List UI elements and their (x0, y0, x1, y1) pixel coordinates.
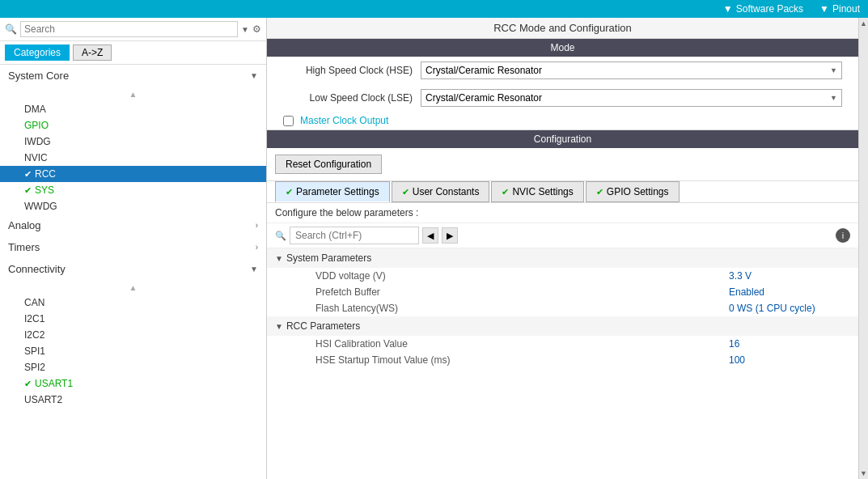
sidebar-item-usart1[interactable]: ✔ USART1 (0, 375, 266, 392)
nvic-label: NVIC (24, 152, 48, 163)
scroll-up-icon[interactable]: ▲ (858, 18, 868, 29)
params-content: ▼ System Parameters VDD voltage (V) 3.3 … (267, 248, 858, 479)
usart1-label: USART1 (35, 378, 73, 389)
reset-config-row: Reset Configuration (267, 148, 858, 181)
hse-select-wrapper: Crystal/Ceramic Resonator (421, 61, 842, 79)
sidebar-item-gpio[interactable]: GPIO (0, 117, 266, 134)
panel-title: RCC Mode and Configuration (267, 18, 858, 39)
param-value-hsi-cal: 16 (729, 338, 850, 350)
software-packs-btn[interactable]: ▼ Software Packs (723, 3, 803, 15)
master-clock-label[interactable]: Master Clock Output (300, 115, 388, 126)
param-name-prefetch: Prefetch Buffer (315, 286, 729, 298)
configure-params-label: Configure the below parameters : (267, 203, 858, 223)
connectivity-label: Connectivity (8, 263, 66, 275)
scroll-down-icon[interactable]: ▼ (858, 468, 868, 479)
param-name-hse-startup: HSE Startup Timout Value (ms) (315, 354, 729, 366)
tab-user-constants[interactable]: ✔ User Constants (392, 181, 490, 202)
sidebar-item-dma[interactable]: DMA (0, 101, 266, 117)
gpio-label: GPIO (24, 120, 49, 131)
scroll-up-btn2[interactable]: ▲ (0, 280, 266, 295)
hse-select[interactable]: Crystal/Ceramic Resonator (421, 61, 842, 79)
param-search-row: 🔍 ◀ ▶ i (267, 223, 858, 248)
analog-label: Analog (8, 219, 40, 231)
sidebar-item-wwdg[interactable]: WWDG (0, 198, 266, 214)
param-value-hse-startup: 100 (729, 354, 850, 366)
mode-section: Mode High Speed Clock (HSE) Crystal/Cera… (267, 39, 858, 130)
sidebar-item-nvic[interactable]: NVIC (0, 150, 266, 166)
analog-section[interactable]: Analog › (0, 214, 266, 236)
analog-arrow-icon: › (256, 221, 258, 230)
timers-label: Timers (8, 241, 40, 253)
param-search-icon: 🔍 (275, 231, 286, 241)
lse-select[interactable]: Crystal/Ceramic Resonator (421, 89, 842, 107)
system-core-section[interactable]: System Core ▼ (0, 65, 266, 87)
param-value-flash: 0 WS (1 CPU cycle) (729, 303, 850, 314)
config-header: Configuration (267, 130, 858, 148)
sidebar-tabs: Categories A->Z (0, 41, 266, 65)
sidebar-item-spi1[interactable]: SPI1 (0, 343, 266, 359)
system-params-collapse-icon: ▼ (275, 254, 283, 263)
software-packs-label: Software Packs (736, 3, 803, 15)
connectivity-arrow-icon: ▼ (250, 265, 258, 273)
nav-prev-button[interactable]: ◀ (422, 227, 438, 244)
param-value-prefetch: Enabled (729, 286, 850, 298)
gear-icon[interactable]: ⚙ (252, 23, 261, 35)
az-tab[interactable]: A->Z (73, 45, 112, 61)
sidebar-item-sys[interactable]: ✔ SYS (0, 182, 266, 198)
scroll-up-btn[interactable]: ▲ (0, 87, 266, 101)
sidebar-item-i2c1[interactable]: I2C1 (0, 311, 266, 327)
sidebar-item-can[interactable]: CAN (0, 295, 266, 311)
tab-parameter-settings[interactable]: ✔ Parameter Settings (275, 181, 390, 202)
hse-row: High Speed Clock (HSE) Crystal/Ceramic R… (267, 57, 858, 84)
lse-label: Low Speed Clock (LSE) (283, 92, 413, 104)
timers-section[interactable]: Timers › (0, 236, 266, 258)
param-name-flash: Flash Latency(WS) (315, 303, 729, 314)
param-settings-tab-label: Parameter Settings (296, 186, 379, 197)
categories-tab[interactable]: Categories (5, 45, 70, 61)
master-clock-checkbox[interactable] (283, 116, 294, 126)
sys-label: SYS (35, 184, 54, 196)
sidebar-content: System Core ▼ ▲ DMA GPIO IWDG NVIC ✔ RCC… (0, 65, 266, 479)
connectivity-section[interactable]: Connectivity ▼ (0, 258, 266, 280)
chevron-down-icon2: ▼ (819, 3, 829, 15)
can-label: CAN (24, 297, 44, 308)
system-params-group[interactable]: ▼ System Parameters (267, 248, 858, 268)
sidebar-item-iwdg[interactable]: IWDG (0, 134, 266, 150)
sidebar-item-i2c2[interactable]: I2C2 (0, 327, 266, 343)
user-constants-check-icon: ✔ (402, 187, 409, 197)
reset-config-button[interactable]: Reset Configuration (275, 155, 382, 174)
sidebar-item-rcc[interactable]: ✔ RCC (0, 166, 266, 182)
hse-label: High Speed Clock (HSE) (283, 65, 413, 76)
rcc-params-group[interactable]: ▼ RCC Parameters (267, 316, 858, 336)
chevron-down-icon: ▼ (723, 3, 733, 15)
i2c2-label: I2C2 (24, 329, 44, 341)
usart2-label: USART2 (24, 394, 62, 405)
spi1-label: SPI1 (24, 345, 45, 357)
top-bar: ▼ Software Packs ▼ Pinout (0, 0, 868, 18)
lse-select-wrapper: Crystal/Ceramic Resonator (421, 89, 842, 107)
tab-nvic-settings[interactable]: ✔ NVIC Settings (491, 181, 583, 202)
param-search-input[interactable] (290, 227, 419, 244)
param-name-vdd: VDD voltage (V) (315, 270, 729, 282)
gpio-settings-tab-label: GPIO Settings (607, 186, 669, 197)
tab-gpio-settings[interactable]: ✔ GPIO Settings (586, 181, 680, 202)
rcc-label: RCC (35, 168, 56, 180)
timers-arrow-icon: › (256, 243, 258, 252)
mode-header: Mode (267, 39, 858, 57)
sidebar: 🔍 ▼ ⚙ Categories A->Z System Core ▼ ▲ DM… (0, 18, 267, 479)
right-panel: RCC Mode and Configuration Mode High Spe… (267, 18, 858, 479)
param-name-hsi-cal: HSI Calibration Value (315, 338, 729, 350)
sidebar-item-spi2[interactable]: SPI2 (0, 359, 266, 375)
search-icon: 🔍 (5, 23, 17, 35)
rcc-params-collapse-icon: ▼ (275, 322, 283, 331)
nav-next-button[interactable]: ▶ (442, 227, 458, 244)
sidebar-item-usart2[interactable]: USART2 (0, 392, 266, 408)
sidebar-search-input[interactable] (20, 21, 238, 37)
usart1-check-icon: ✔ (24, 379, 32, 389)
param-value-vdd: 3.3 V (729, 270, 850, 282)
iwdg-label: IWDG (24, 136, 51, 147)
param-settings-check-icon: ✔ (286, 187, 293, 197)
info-icon[interactable]: i (836, 228, 850, 243)
spi2-label: SPI2 (24, 362, 45, 373)
pinout-btn[interactable]: ▼ Pinout (819, 3, 860, 15)
